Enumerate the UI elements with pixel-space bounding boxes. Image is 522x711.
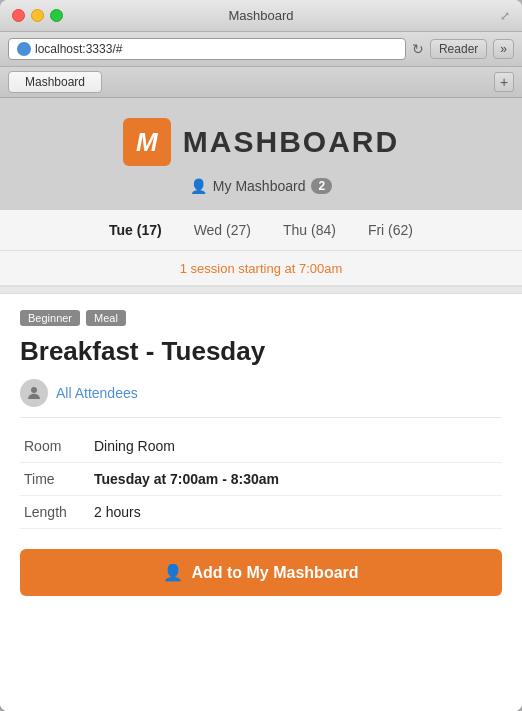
user-nav-label: My Mashboard bbox=[213, 178, 306, 194]
user-icon: 👤 bbox=[190, 178, 207, 194]
add-button-label: Add to My Mashboard bbox=[191, 564, 358, 582]
brand-header: M MASHBOARD 👤 My Mashboard 2 bbox=[0, 98, 522, 210]
length-label: Length bbox=[20, 496, 90, 529]
close-button[interactable] bbox=[12, 9, 25, 22]
url-input[interactable]: localhost:3333/# bbox=[8, 38, 406, 60]
room-value: Dining Room bbox=[90, 430, 502, 463]
tag-meal: Meal bbox=[86, 310, 126, 326]
title-bar: Mashboard ⤢ bbox=[0, 0, 522, 32]
active-tab[interactable]: Mashboard bbox=[8, 71, 102, 93]
maximize-button[interactable] bbox=[50, 9, 63, 22]
url-text: localhost:3333/# bbox=[35, 42, 122, 56]
brand-name: MASHBOARD bbox=[183, 125, 399, 159]
event-detail: Beginner Meal Breakfast - Tuesday All At… bbox=[0, 294, 522, 711]
attendees-icon bbox=[20, 379, 48, 407]
session-text: 1 session starting at 7:00am bbox=[180, 261, 343, 276]
resize-icon: ⤢ bbox=[500, 9, 510, 23]
brand-logo: M MASHBOARD bbox=[123, 118, 399, 166]
event-info-table: Room Dining Room Time Tuesday at 7:00am … bbox=[20, 430, 502, 529]
tag-beginner: Beginner bbox=[20, 310, 80, 326]
reader-button[interactable]: Reader bbox=[430, 39, 487, 59]
day-navigation: Tue (17) Wed (27) Thu (84) Fri (62) bbox=[0, 210, 522, 251]
event-tags: Beginner Meal bbox=[20, 310, 502, 326]
section-divider bbox=[0, 286, 522, 294]
length-value: 2 hours bbox=[90, 496, 502, 529]
globe-icon bbox=[17, 42, 31, 56]
time-row: Time Tuesday at 7:00am - 8:30am bbox=[20, 463, 502, 496]
time-label: Time bbox=[20, 463, 90, 496]
logo-icon: M bbox=[123, 118, 171, 166]
attendees-link[interactable]: All Attendees bbox=[56, 385, 138, 401]
browser-window: Mashboard ⤢ localhost:3333/# ↻ Reader » … bbox=[0, 0, 522, 711]
minimize-button[interactable] bbox=[31, 9, 44, 22]
add-to-mashboard-button[interactable]: 👤 Add to My Mashboard bbox=[20, 549, 502, 596]
day-wed[interactable]: Wed (27) bbox=[194, 222, 251, 238]
length-row: Length 2 hours bbox=[20, 496, 502, 529]
new-tab-button[interactable]: + bbox=[494, 72, 514, 92]
svg-point-0 bbox=[31, 387, 37, 393]
refresh-button[interactable]: ↻ bbox=[412, 41, 424, 57]
room-label: Room bbox=[20, 430, 90, 463]
session-info: 1 session starting at 7:00am bbox=[0, 251, 522, 286]
notification-badge: 2 bbox=[311, 178, 332, 194]
tab-bar: Mashboard + bbox=[0, 67, 522, 98]
window-title: Mashboard bbox=[228, 8, 293, 23]
event-title: Breakfast - Tuesday bbox=[20, 336, 502, 367]
attendees-row: All Attendees bbox=[20, 379, 502, 418]
traffic-lights bbox=[12, 9, 63, 22]
add-person-icon: 👤 bbox=[163, 563, 183, 582]
more-button[interactable]: » bbox=[493, 39, 514, 59]
page-content: M MASHBOARD 👤 My Mashboard 2 Tue (17) We… bbox=[0, 98, 522, 711]
day-tue[interactable]: Tue (17) bbox=[109, 222, 162, 238]
time-value: Tuesday at 7:00am - 8:30am bbox=[90, 463, 502, 496]
day-fri[interactable]: Fri (62) bbox=[368, 222, 413, 238]
user-nav[interactable]: 👤 My Mashboard 2 bbox=[190, 178, 332, 194]
address-bar: localhost:3333/# ↻ Reader » bbox=[0, 32, 522, 67]
room-row: Room Dining Room bbox=[20, 430, 502, 463]
day-thu[interactable]: Thu (84) bbox=[283, 222, 336, 238]
